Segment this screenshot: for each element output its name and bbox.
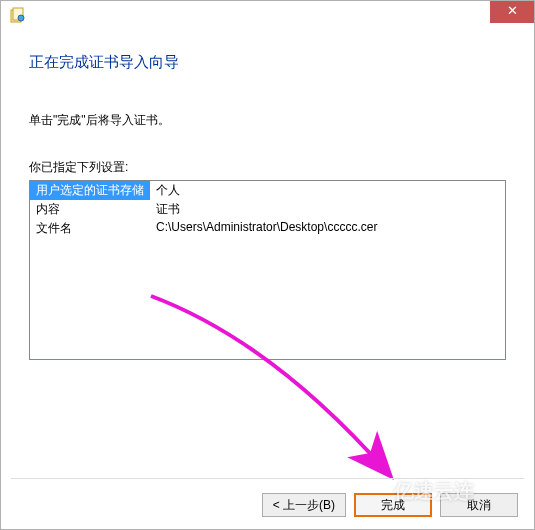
setting-value: C:\Users\Administrator\Desktop\ccccc.cer: [150, 219, 383, 238]
setting-key: 内容: [30, 200, 150, 219]
page-title: 正在完成证书导入向导: [29, 53, 506, 72]
wizard-icon: [9, 7, 25, 23]
svg-point-2: [18, 15, 24, 21]
settings-label: 你已指定下列设置:: [29, 159, 506, 176]
separator: [11, 478, 524, 479]
close-button[interactable]: ✕: [490, 1, 534, 23]
titlebar: ✕: [1, 1, 534, 29]
setting-key: 文件名: [30, 219, 150, 238]
cancel-button[interactable]: 取消: [440, 493, 518, 517]
close-icon: ✕: [507, 3, 518, 18]
back-button[interactable]: < 上一步(B): [262, 493, 346, 517]
table-row[interactable]: 用户选定的证书存储个人: [30, 181, 383, 200]
setting-value: 证书: [150, 200, 383, 219]
finish-button[interactable]: 完成: [354, 493, 432, 517]
button-bar: < 上一步(B) 完成 取消: [262, 493, 518, 517]
setting-value: 个人: [150, 181, 383, 200]
instruction-text: 单击"完成"后将导入证书。: [29, 112, 506, 129]
wizard-window: ✕ 正在完成证书导入向导 单击"完成"后将导入证书。 你已指定下列设置: 用户选…: [0, 0, 535, 530]
table-row[interactable]: 文件名C:\Users\Administrator\Desktop\ccccc.…: [30, 219, 383, 238]
setting-key: 用户选定的证书存储: [30, 181, 150, 200]
settings-list: 用户选定的证书存储个人内容证书文件名C:\Users\Administrator…: [29, 180, 506, 360]
wizard-content: 正在完成证书导入向导 单击"完成"后将导入证书。 你已指定下列设置: 用户选定的…: [1, 29, 534, 370]
table-row[interactable]: 内容证书: [30, 200, 383, 219]
